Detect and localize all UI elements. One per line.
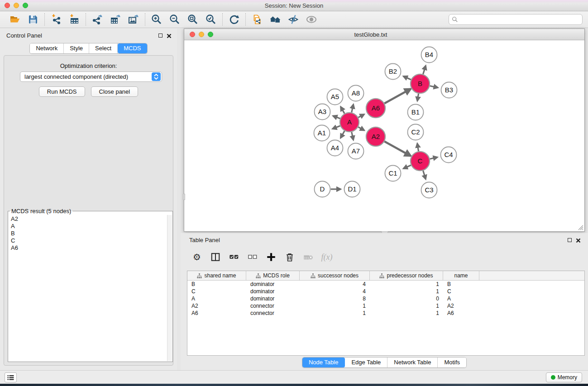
close-panel-button[interactable]: Close panel xyxy=(91,86,139,97)
select-all-button[interactable] xyxy=(228,251,240,263)
graph-node-C1[interactable]: C1 xyxy=(385,166,401,181)
birds-eye-button[interactable] xyxy=(304,13,319,26)
column-header-MCDS-role[interactable]: MCDS role xyxy=(246,271,300,280)
graph-node-B1[interactable]: B1 xyxy=(408,105,424,120)
table-row[interactable]: A6connector11A6 xyxy=(187,310,584,317)
graph-node-B3[interactable]: B3 xyxy=(441,82,457,98)
network-canvas[interactable]: B4B2BB3A8A5A6A3B1AC2A1A2A4A7C4CC1DD1C3 xyxy=(184,40,584,231)
graph-edge-B-B2[interactable] xyxy=(403,76,411,80)
graph-edge-A-A3[interactable] xyxy=(333,116,340,119)
settings-button[interactable]: ⚙ xyxy=(191,251,203,263)
maximize-window-button[interactable] xyxy=(23,3,28,8)
mcds-result-item[interactable]: A xyxy=(11,223,167,230)
graph-edge-A6-B[interactable] xyxy=(384,89,411,104)
task-history-button[interactable] xyxy=(5,372,17,382)
tab-network[interactable]: Network xyxy=(30,43,64,53)
graph-node-C4[interactable]: C4 xyxy=(441,147,457,163)
table-row[interactable]: A2connector11A2 xyxy=(187,302,584,310)
delete-row-button[interactable] xyxy=(284,251,296,263)
graph-node-A[interactable]: A xyxy=(340,113,359,132)
graph-node-A7[interactable]: A7 xyxy=(348,143,364,159)
run-mcds-button[interactable]: Run MCDS xyxy=(39,86,85,97)
import-table-button[interactable] xyxy=(67,13,82,26)
float-table-panel-icon[interactable] xyxy=(568,238,572,242)
tab-style[interactable]: Style xyxy=(64,43,89,53)
graph-edge-A-A5[interactable] xyxy=(341,107,344,114)
column-header-successor-nodes[interactable]: successor nodes xyxy=(300,271,370,280)
table-row[interactable]: Bdominator41B xyxy=(187,281,584,288)
export-image-button[interactable] xyxy=(126,13,141,26)
close-window-button[interactable] xyxy=(5,3,10,8)
vertical-splitter-handle[interactable] xyxy=(183,194,185,200)
tab-network-table[interactable]: Network Table xyxy=(387,357,438,367)
import-network-button[interactable] xyxy=(48,13,64,26)
float-panel-icon[interactable] xyxy=(158,33,163,38)
minimize-window-button[interactable] xyxy=(14,3,19,8)
column-header-shared-name[interactable]: shared name xyxy=(187,271,246,280)
network-maximize-button[interactable] xyxy=(208,32,213,37)
column-header-predecessor-nodes[interactable]: predecessor nodes xyxy=(370,271,443,280)
table-row[interactable]: Cdominator41C xyxy=(187,288,584,295)
graph-edge-A-A1[interactable] xyxy=(333,126,340,129)
save-session-button[interactable] xyxy=(25,13,41,26)
graph-node-C3[interactable]: C3 xyxy=(421,182,437,198)
graph-node-D1[interactable]: D1 xyxy=(344,181,360,197)
graph-node-A4[interactable]: A4 xyxy=(327,140,343,156)
export-network-button[interactable] xyxy=(90,13,105,26)
open-session-button[interactable] xyxy=(7,13,23,26)
graph-edge-B-B4[interactable] xyxy=(423,66,426,74)
graph-edge-A2-C[interactable] xyxy=(384,142,411,156)
graph-edge-A-A2[interactable] xyxy=(358,127,364,130)
memory-button[interactable]: Memory xyxy=(546,372,582,382)
home-button[interactable] xyxy=(268,13,283,26)
tab-edge-table[interactable]: Edge Table xyxy=(345,357,387,367)
graph-node-B2[interactable]: B2 xyxy=(385,64,401,80)
close-panel-icon[interactable] xyxy=(167,33,172,38)
copy-network-button[interactable] xyxy=(249,13,265,26)
tab-select[interactable]: Select xyxy=(89,43,118,53)
network-close-button[interactable] xyxy=(190,32,195,37)
graph-edge-A-A6[interactable] xyxy=(358,114,364,118)
column-header-name[interactable]: name xyxy=(443,271,479,280)
table-row[interactable]: Adominator80A xyxy=(187,295,584,302)
search-input[interactable] xyxy=(460,16,579,23)
graph-node-A5[interactable]: A5 xyxy=(327,89,343,105)
mcds-result-item[interactable]: C xyxy=(11,237,167,244)
mcds-result-item[interactable]: A2 xyxy=(11,215,167,223)
graph-edge-A-A4[interactable] xyxy=(341,131,345,138)
hide-graphics-button[interactable] xyxy=(286,13,301,26)
zoom-in-button[interactable] xyxy=(149,13,164,26)
graph-node-A6[interactable]: A6 xyxy=(366,99,385,118)
mcds-result-item[interactable]: B xyxy=(11,230,167,237)
graph-node-A3[interactable]: A3 xyxy=(315,104,330,120)
refresh-button[interactable] xyxy=(226,13,242,26)
graph-edge-B-B1[interactable] xyxy=(417,94,419,101)
resize-grip-icon[interactable] xyxy=(577,224,583,230)
mcds-result-item[interactable]: A6 xyxy=(11,244,167,252)
graph-edge-C-C2[interactable] xyxy=(417,143,419,151)
columns-button[interactable] xyxy=(210,251,221,263)
graph-edge-B-B3[interactable] xyxy=(430,86,438,88)
add-row-button[interactable] xyxy=(265,251,277,263)
graph-edge-C-C3[interactable] xyxy=(423,171,426,179)
tab-mcds[interactable]: MCDS xyxy=(118,43,147,53)
optimization-criterion-select[interactable]: largest connected component (directed) xyxy=(20,71,162,82)
result-scrollbar[interactable] xyxy=(167,215,172,361)
graph-node-A1[interactable]: A1 xyxy=(314,125,330,141)
graph-edge-C-C4[interactable] xyxy=(430,157,438,159)
zoom-out-button[interactable] xyxy=(167,13,182,26)
graph-node-D[interactable]: D xyxy=(315,181,330,197)
graph-node-A2[interactable]: A2 xyxy=(366,127,385,146)
network-minimize-button[interactable] xyxy=(199,32,204,37)
zoom-selected-button[interactable] xyxy=(203,13,219,26)
graph-edge-A-A8[interactable] xyxy=(352,105,354,113)
search-box[interactable] xyxy=(449,14,583,25)
graph-node-C2[interactable]: C2 xyxy=(408,124,424,140)
graph-node-B[interactable]: B xyxy=(411,74,430,93)
network-window-titlebar[interactable]: testGlobe.txt xyxy=(184,29,584,40)
tab-node-table[interactable]: Node Table xyxy=(302,357,345,367)
zoom-fit-button[interactable] xyxy=(185,13,201,26)
tab-motifs[interactable]: Motifs xyxy=(438,357,466,367)
deselect-all-button[interactable] xyxy=(247,251,258,263)
export-table-button[interactable] xyxy=(108,13,123,26)
